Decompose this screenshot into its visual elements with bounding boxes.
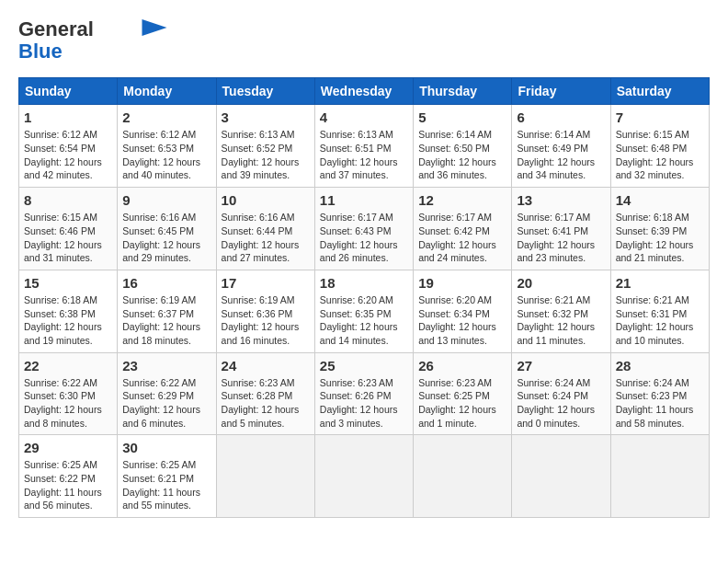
calendar-cell: 29Sunrise: 6:25 AM Sunset: 6:22 PM Dayli…	[19, 435, 118, 518]
day-info: Sunrise: 6:18 AM Sunset: 6:38 PM Dayligh…	[24, 293, 112, 348]
day-info: Sunrise: 6:17 AM Sunset: 6:42 PM Dayligh…	[418, 211, 506, 265]
calendar-cell: 26Sunrise: 6:23 AM Sunset: 6:25 PM Dayli…	[414, 352, 512, 435]
calendar-cell: 14Sunrise: 6:18 AM Sunset: 6:39 PM Dayli…	[610, 188, 709, 270]
calendar-cell: 24Sunrise: 6:23 AM Sunset: 6:28 PM Dayli…	[216, 352, 314, 435]
day-header-saturday: Saturday	[610, 78, 709, 105]
day-number: 12	[418, 192, 506, 208]
calendar-cell: 21Sunrise: 6:21 AM Sunset: 6:31 PM Dayli…	[610, 270, 709, 352]
calendar-cell: 28Sunrise: 6:24 AM Sunset: 6:23 PM Dayli…	[610, 352, 709, 435]
week-row-2: 8Sunrise: 6:15 AM Sunset: 6:46 PM Daylig…	[19, 188, 710, 270]
calendar-cell: 6Sunrise: 6:14 AM Sunset: 6:49 PM Daylig…	[512, 105, 610, 188]
week-row-3: 15Sunrise: 6:18 AM Sunset: 6:38 PM Dayli…	[19, 270, 710, 352]
day-number: 27	[517, 358, 605, 373]
day-info: Sunrise: 6:14 AM Sunset: 6:49 PM Dayligh…	[517, 128, 605, 182]
day-number: 13	[517, 192, 605, 208]
day-header-friday: Friday	[512, 78, 610, 105]
day-header-wednesday: Wednesday	[314, 78, 413, 105]
day-number: 18	[320, 275, 408, 291]
day-info: Sunrise: 6:22 AM Sunset: 6:29 PM Dayligh…	[122, 376, 210, 431]
calendar-cell: 5Sunrise: 6:14 AM Sunset: 6:50 PM Daylig…	[414, 105, 512, 188]
day-number: 22	[24, 358, 112, 373]
calendar-cell: 4Sunrise: 6:13 AM Sunset: 6:51 PM Daylig…	[314, 105, 413, 188]
day-info: Sunrise: 6:21 AM Sunset: 6:32 PM Dayligh…	[517, 293, 605, 348]
calendar-cell: 3Sunrise: 6:13 AM Sunset: 6:52 PM Daylig…	[216, 105, 314, 188]
calendar-cell: 18Sunrise: 6:20 AM Sunset: 6:35 PM Dayli…	[314, 270, 413, 352]
calendar-cell: 23Sunrise: 6:22 AM Sunset: 6:29 PM Dayli…	[118, 352, 216, 435]
day-header-monday: Monday	[118, 78, 216, 105]
day-number: 9	[122, 192, 210, 208]
day-header-thursday: Thursday	[414, 78, 512, 105]
calendar-cell: 1Sunrise: 6:12 AM Sunset: 6:54 PM Daylig…	[19, 105, 118, 188]
page-header: General Blue	[18, 18, 710, 63]
svg-marker-0	[142, 19, 166, 36]
calendar-cell	[414, 435, 512, 518]
day-info: Sunrise: 6:18 AM Sunset: 6:39 PM Dayligh…	[616, 211, 704, 265]
logo-icon	[142, 19, 167, 36]
day-number: 23	[122, 358, 210, 373]
day-info: Sunrise: 6:23 AM Sunset: 6:25 PM Dayligh…	[418, 376, 506, 431]
day-number: 15	[24, 275, 112, 291]
week-row-1: 1Sunrise: 6:12 AM Sunset: 6:54 PM Daylig…	[19, 105, 710, 188]
day-info: Sunrise: 6:17 AM Sunset: 6:43 PM Dayligh…	[320, 211, 408, 265]
calendar-cell: 25Sunrise: 6:23 AM Sunset: 6:26 PM Dayli…	[314, 352, 413, 435]
day-info: Sunrise: 6:16 AM Sunset: 6:44 PM Dayligh…	[222, 211, 310, 265]
calendar-cell: 20Sunrise: 6:21 AM Sunset: 6:32 PM Dayli…	[512, 270, 610, 352]
day-number: 4	[320, 109, 408, 125]
day-number: 2	[122, 109, 210, 125]
day-number: 25	[320, 358, 408, 373]
day-number: 30	[122, 440, 210, 455]
calendar-cell	[216, 435, 314, 518]
day-info: Sunrise: 6:14 AM Sunset: 6:50 PM Dayligh…	[418, 128, 506, 182]
day-number: 10	[222, 192, 310, 208]
day-number: 1	[24, 109, 112, 125]
calendar-cell: 12Sunrise: 6:17 AM Sunset: 6:42 PM Dayli…	[414, 188, 512, 270]
calendar-cell: 19Sunrise: 6:20 AM Sunset: 6:34 PM Dayli…	[414, 270, 512, 352]
day-info: Sunrise: 6:13 AM Sunset: 6:51 PM Dayligh…	[320, 128, 408, 182]
day-info: Sunrise: 6:13 AM Sunset: 6:52 PM Dayligh…	[222, 128, 310, 182]
day-number: 6	[517, 109, 605, 125]
day-info: Sunrise: 6:23 AM Sunset: 6:28 PM Dayligh…	[222, 376, 310, 431]
day-number: 21	[616, 275, 704, 291]
week-row-4: 22Sunrise: 6:22 AM Sunset: 6:30 PM Dayli…	[19, 352, 710, 435]
logo: General Blue	[18, 18, 167, 63]
calendar-cell	[610, 435, 709, 518]
day-number: 19	[418, 275, 506, 291]
day-info: Sunrise: 6:19 AM Sunset: 6:36 PM Dayligh…	[222, 293, 310, 348]
calendar-cell: 15Sunrise: 6:18 AM Sunset: 6:38 PM Dayli…	[19, 270, 118, 352]
calendar-cell	[314, 435, 413, 518]
day-number: 5	[418, 109, 506, 125]
calendar-cell: 11Sunrise: 6:17 AM Sunset: 6:43 PM Dayli…	[314, 188, 413, 270]
day-info: Sunrise: 6:15 AM Sunset: 6:48 PM Dayligh…	[616, 128, 704, 182]
day-number: 14	[616, 192, 704, 208]
day-info: Sunrise: 6:17 AM Sunset: 6:41 PM Dayligh…	[517, 211, 605, 265]
day-info: Sunrise: 6:12 AM Sunset: 6:54 PM Dayligh…	[24, 128, 112, 182]
logo-text: General	[18, 18, 94, 40]
day-info: Sunrise: 6:25 AM Sunset: 6:21 PM Dayligh…	[122, 458, 210, 512]
day-info: Sunrise: 6:19 AM Sunset: 6:37 PM Dayligh…	[122, 293, 210, 348]
day-number: 24	[222, 358, 310, 373]
calendar-cell	[512, 435, 610, 518]
day-info: Sunrise: 6:23 AM Sunset: 6:26 PM Dayligh…	[320, 376, 408, 431]
calendar-cell: 16Sunrise: 6:19 AM Sunset: 6:37 PM Dayli…	[118, 270, 216, 352]
day-header-sunday: Sunday	[19, 78, 118, 105]
day-number: 7	[616, 109, 704, 125]
calendar-cell: 7Sunrise: 6:15 AM Sunset: 6:48 PM Daylig…	[610, 105, 709, 188]
calendar-cell: 13Sunrise: 6:17 AM Sunset: 6:41 PM Dayli…	[512, 188, 610, 270]
day-header-tuesday: Tuesday	[216, 78, 314, 105]
day-number: 28	[616, 358, 704, 373]
day-info: Sunrise: 6:16 AM Sunset: 6:45 PM Dayligh…	[122, 211, 210, 265]
day-info: Sunrise: 6:20 AM Sunset: 6:35 PM Dayligh…	[320, 293, 408, 348]
day-number: 8	[24, 192, 112, 208]
calendar-table: SundayMondayTuesdayWednesdayThursdayFrid…	[18, 77, 710, 518]
day-info: Sunrise: 6:24 AM Sunset: 6:23 PM Dayligh…	[616, 376, 704, 431]
day-number: 3	[222, 109, 310, 125]
week-row-5: 29Sunrise: 6:25 AM Sunset: 6:22 PM Dayli…	[19, 435, 710, 518]
day-number: 29	[24, 440, 112, 455]
day-number: 26	[418, 358, 506, 373]
day-info: Sunrise: 6:21 AM Sunset: 6:31 PM Dayligh…	[616, 293, 704, 348]
day-number: 16	[122, 275, 210, 291]
calendar-cell: 22Sunrise: 6:22 AM Sunset: 6:30 PM Dayli…	[19, 352, 118, 435]
calendar-cell: 30Sunrise: 6:25 AM Sunset: 6:21 PM Dayli…	[118, 435, 216, 518]
day-number: 17	[222, 275, 310, 291]
calendar-cell: 2Sunrise: 6:12 AM Sunset: 6:53 PM Daylig…	[118, 105, 216, 188]
